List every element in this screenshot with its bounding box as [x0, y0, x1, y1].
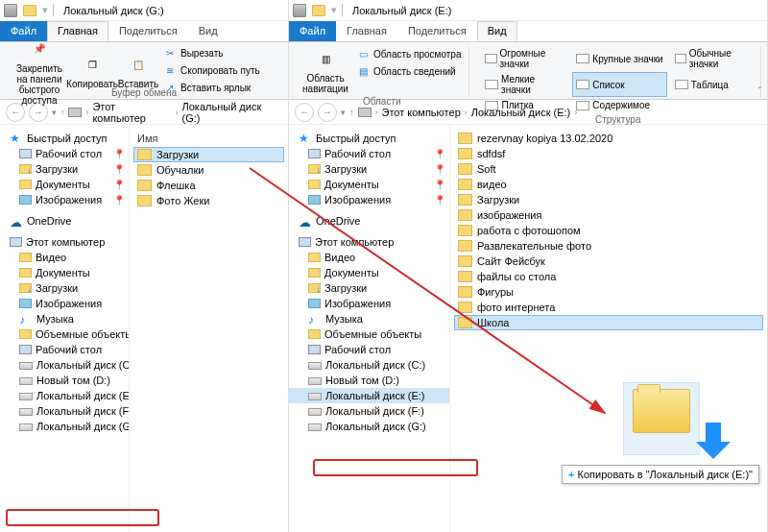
- copy-button[interactable]: ❐ Копировать: [69, 52, 115, 89]
- drive-icon: [293, 4, 306, 17]
- explorer-body: ★Быстрый доступ Рабочий стол📍 Загрузки📍 …: [289, 125, 767, 532]
- file-list[interactable]: rezervnay kopiya 13.02.2020sdfdsfSoftвид…: [450, 125, 767, 532]
- downloads-icon: [19, 283, 32, 293]
- tree-documents[interactable]: Документы📍: [0, 177, 129, 192]
- tree-desktop2[interactable]: Рабочий стол: [0, 342, 129, 357]
- tree-documents[interactable]: Документы📍: [289, 177, 449, 192]
- tree-drive-f[interactable]: Локальный диск (F:): [0, 403, 129, 419]
- file-list[interactable]: Имя Загрузки Обучалки Флешка Фото Жеки: [130, 125, 288, 532]
- tree-pictures[interactable]: Изображения📍: [289, 192, 449, 207]
- tree-drive-e[interactable]: Локальный диск (E:): [289, 388, 449, 403]
- tree-downloads2[interactable]: Загрузки: [289, 280, 449, 296]
- folder-item[interactable]: фото интернета: [454, 300, 763, 315]
- nav-tree[interactable]: ★Быстрый доступ Рабочий стол📍 Загрузки📍 …: [0, 125, 130, 532]
- folder-item[interactable]: видео: [454, 177, 763, 192]
- scissors-icon: ✂: [163, 47, 177, 60]
- pin-icon: 📍: [434, 149, 445, 159]
- tree-drive-d[interactable]: Новый том (D:): [0, 373, 129, 388]
- tree-quick-access[interactable]: ★Быстрый доступ: [0, 131, 129, 146]
- tree-pictures2[interactable]: Изображения: [289, 296, 449, 311]
- view-list[interactable]: Список: [572, 72, 666, 97]
- drive-icon: [19, 423, 33, 431]
- preview-pane-button[interactable]: ▭Область просмотра: [354, 46, 463, 61]
- tree-videos[interactable]: Видео: [289, 250, 449, 265]
- folder-item[interactable]: Загрузки: [454, 192, 763, 207]
- copy-path-button[interactable]: ≋Скопировать путь: [161, 63, 262, 79]
- view-table[interactable]: Таблица: [671, 72, 755, 97]
- folder-item[interactable]: файлы со стола: [454, 269, 763, 284]
- nav-history-button[interactable]: ▾: [52, 108, 57, 117]
- tree-desktop[interactable]: Рабочий стол📍: [0, 146, 129, 161]
- folder-item[interactable]: Сайт Фейсбук: [454, 254, 763, 269]
- tree-pictures2[interactable]: Изображения: [0, 296, 129, 311]
- nav-fwd-button[interactable]: →: [29, 103, 48, 122]
- tree-this-pc[interactable]: Этот компьютер: [0, 234, 129, 250]
- view-tiles[interactable]: Плитка: [481, 98, 568, 112]
- tree-desktop2[interactable]: Рабочий стол: [289, 342, 449, 357]
- tree-videos[interactable]: Видео: [0, 250, 129, 265]
- tree-onedrive[interactable]: ☁OneDrive: [289, 213, 449, 229]
- folder-item[interactable]: Soft: [454, 161, 763, 177]
- tab-view[interactable]: Вид: [477, 21, 517, 41]
- tree-music[interactable]: ♪Музыка: [0, 311, 129, 326]
- folder-item[interactable]: изображения: [454, 207, 763, 223]
- tree-documents2[interactable]: Документы: [289, 265, 449, 280]
- paste-button[interactable]: 📋 Вставить: [117, 52, 159, 89]
- folder-item[interactable]: Флешка: [133, 178, 284, 193]
- folder-item[interactable]: sdfdsf: [454, 146, 763, 161]
- folder-item[interactable]: Развлекательные фото: [454, 238, 763, 254]
- view-large[interactable]: Крупные значки: [572, 46, 666, 71]
- folder-item[interactable]: Фото Жеки: [133, 193, 284, 208]
- tab-file[interactable]: Файл: [289, 21, 336, 41]
- view-normal[interactable]: Обычные значки: [671, 46, 755, 71]
- tree-3dobjects[interactable]: Объемные объекты: [0, 326, 129, 342]
- folder-item[interactable]: работа с фотошопом: [454, 223, 763, 238]
- folder-item[interactable]: Фигуры: [454, 284, 763, 300]
- tree-quick-access[interactable]: ★Быстрый доступ: [289, 131, 449, 146]
- details-pane-button[interactable]: ▤Область сведений: [354, 63, 463, 79]
- column-header-name[interactable]: Имя: [133, 131, 284, 147]
- nav-tree[interactable]: ★Быстрый доступ Рабочий стол📍 Загрузки📍 …: [289, 125, 450, 532]
- tree-music[interactable]: ♪Музыка: [289, 311, 449, 326]
- folder-item[interactable]: Школа: [454, 315, 763, 330]
- tree-onedrive[interactable]: ☁OneDrive: [0, 213, 129, 229]
- tree-this-pc[interactable]: Этот компьютер: [289, 234, 449, 250]
- cut-button[interactable]: ✂Вырезать: [161, 46, 262, 61]
- folder-item[interactable]: Загрузки: [133, 147, 284, 162]
- folder-item[interactable]: Обучалки: [133, 162, 284, 178]
- tree-drive-g[interactable]: Локальный диск (G:): [289, 419, 449, 434]
- tab-share[interactable]: Поделиться: [397, 21, 477, 41]
- tree-drive-e[interactable]: Локальный диск (E:): [0, 388, 129, 403]
- tree-drive-c[interactable]: Локальный диск (C:): [289, 357, 449, 373]
- nav-back-button[interactable]: ←: [6, 103, 25, 122]
- tree-downloads[interactable]: Загрузки📍: [289, 161, 449, 177]
- nav-up-button[interactable]: ↑: [60, 108, 65, 117]
- tree-drive-c[interactable]: Локальный диск (C:): [0, 357, 129, 373]
- folder-icon: [137, 180, 152, 191]
- nav-pane-button[interactable]: ▥ Область навигации: [300, 46, 350, 94]
- tree-3dobjects[interactable]: Объемные объекты: [289, 326, 449, 342]
- tree-drive-d[interactable]: Новый том (D:): [289, 373, 449, 388]
- tab-home[interactable]: Главная: [336, 21, 397, 41]
- nav-back-button[interactable]: ←: [295, 103, 314, 122]
- tree-downloads2[interactable]: Загрузки: [0, 280, 129, 296]
- tree-drive-g[interactable]: Локальный диск (G:): [0, 419, 129, 434]
- tree-desktop[interactable]: Рабочий стол📍: [289, 146, 449, 161]
- tab-share[interactable]: Поделиться: [108, 21, 188, 41]
- view-huge[interactable]: Огромные значки: [481, 46, 568, 71]
- nav-fwd-button[interactable]: →: [318, 103, 337, 122]
- breadcrumb[interactable]: › Этот компьютер› Локальный диск (G:): [68, 101, 282, 124]
- tree-drive-f[interactable]: Локальный диск (F:): [289, 403, 449, 419]
- folder-item[interactable]: rezervnay kopiya 13.02.2020: [454, 131, 763, 146]
- tree-documents2[interactable]: Документы: [0, 265, 129, 280]
- view-content[interactable]: Содержимое: [572, 98, 666, 112]
- tree-downloads[interactable]: Загрузки📍: [0, 161, 129, 177]
- view-small[interactable]: Мелкие значки: [481, 72, 568, 97]
- titlebar: ▾ │ Локальный диск (G:): [0, 0, 288, 21]
- tree-pictures[interactable]: Изображения📍: [0, 192, 129, 207]
- tab-view[interactable]: Вид: [188, 21, 228, 41]
- titlebar-divider: ▾ │: [331, 4, 347, 16]
- ribbon-collapse-button[interactable]: ˇ: [758, 86, 761, 97]
- nav-up-button[interactable]: ↑: [349, 108, 354, 117]
- nav-history-button[interactable]: ▾: [341, 108, 346, 117]
